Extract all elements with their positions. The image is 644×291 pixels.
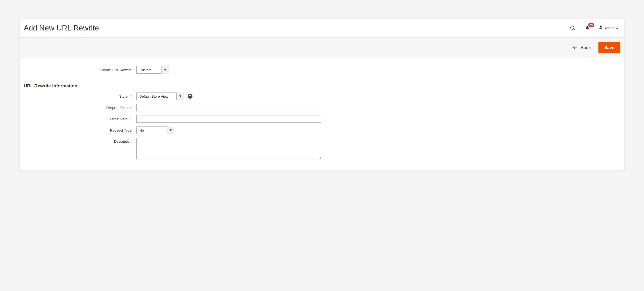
help-icon[interactable]: ? bbox=[188, 94, 192, 99]
field-store: Store * Default Store View ? bbox=[20, 93, 624, 100]
search-icon[interactable] bbox=[569, 25, 576, 32]
store-label-cell: Store * bbox=[20, 94, 136, 98]
field-redirect-type: Redirect Type No bbox=[20, 126, 624, 134]
header-tools: 39 admin bbox=[569, 25, 618, 32]
action-bar: Back Save bbox=[20, 37, 624, 58]
store-label: Store bbox=[119, 94, 128, 98]
required-mark: * bbox=[130, 117, 132, 121]
target-path-label: Target Path bbox=[110, 117, 128, 121]
field-description: Description bbox=[20, 138, 624, 159]
field-create-url-rewrite: Create URL Rewrite Custom bbox=[20, 66, 624, 74]
request-path-label-cell: Request Path * bbox=[20, 106, 136, 110]
svg-line-1 bbox=[574, 29, 575, 30]
request-path-label: Request Path bbox=[106, 106, 128, 110]
user-name-label: admin bbox=[605, 26, 614, 30]
page-header: Add New URL Rewrite 39 bbox=[20, 19, 624, 37]
store-select-wrap: Default Store View bbox=[136, 93, 184, 100]
notifications-button[interactable]: 39 bbox=[584, 25, 591, 32]
save-button[interactable]: Save bbox=[598, 42, 620, 53]
required-mark: * bbox=[130, 94, 132, 98]
redirect-type-select-wrap: No bbox=[136, 126, 174, 134]
section-heading: URL Rewrite Information bbox=[24, 83, 624, 89]
required-mark: * bbox=[130, 106, 132, 110]
chevron-down-icon bbox=[616, 26, 618, 30]
description-label: Description bbox=[20, 138, 136, 143]
main-card: Add New URL Rewrite 39 bbox=[20, 19, 624, 170]
target-path-label-cell: Target Path * bbox=[20, 117, 136, 121]
arrow-left-icon bbox=[573, 45, 578, 50]
request-path-input[interactable] bbox=[136, 104, 321, 111]
create-url-rewrite-select-wrap: Custom bbox=[136, 66, 169, 74]
back-button[interactable]: Back bbox=[570, 43, 593, 52]
create-url-rewrite-select[interactable]: Custom bbox=[136, 66, 169, 74]
redirect-type-select[interactable]: No bbox=[136, 126, 174, 134]
back-button-label: Back bbox=[580, 45, 591, 50]
create-url-rewrite-label: Create URL Rewrite bbox=[20, 68, 136, 72]
user-menu[interactable]: admin bbox=[598, 25, 618, 31]
target-path-input[interactable] bbox=[136, 115, 321, 123]
redirect-type-label: Redirect Type bbox=[20, 128, 136, 132]
field-request-path: Request Path * bbox=[20, 104, 624, 111]
page-title: Add New URL Rewrite bbox=[24, 24, 99, 32]
form-area: Create URL Rewrite Custom URL Rewrite In… bbox=[20, 58, 624, 170]
user-icon bbox=[598, 25, 603, 31]
field-target-path: Target Path * bbox=[20, 115, 624, 123]
notification-badge: 39 bbox=[588, 23, 594, 27]
svg-point-0 bbox=[570, 26, 574, 29]
description-textarea[interactable] bbox=[136, 138, 321, 159]
store-select[interactable]: Default Store View bbox=[136, 93, 184, 100]
